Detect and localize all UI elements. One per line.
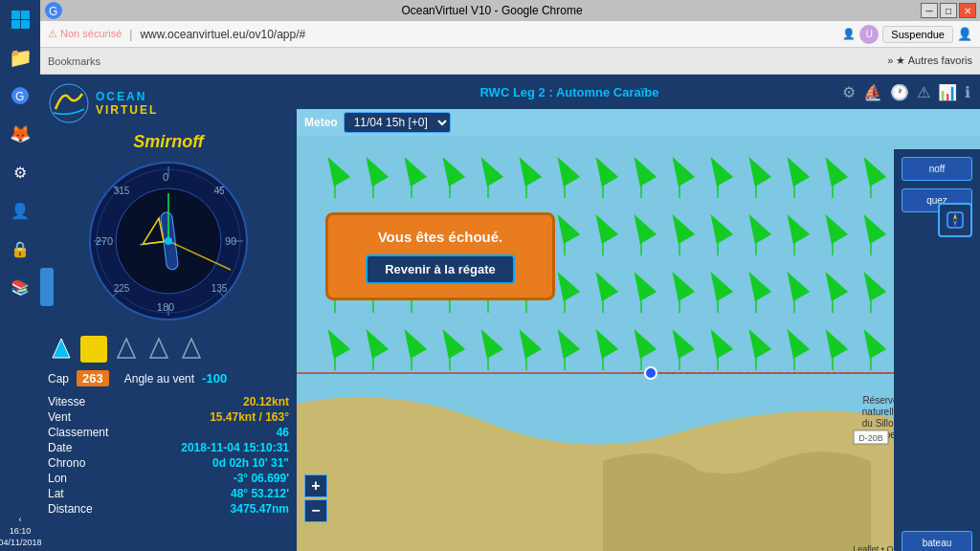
map-header: RWC Leg 2 : Automne Caraïbe ⚙ ⛵ 🕐 ⚠ 📊 ℹ <box>297 75 980 109</box>
data-row-vitesse: Vitesse 20.12knt <box>48 394 289 409</box>
data-row-vent: Vent 15.47knt / 163° <box>48 409 289 425</box>
left-panel: OCEAN VIRTUEL Smirnoff <box>40 75 297 551</box>
svg-text:315: 315 <box>114 186 130 196</box>
alert-text: Vous êtes échoué. <box>344 229 537 245</box>
boat-icon[interactable]: ⛵ <box>863 83 882 101</box>
taskbar-user[interactable]: 👤 <box>3 193 37 228</box>
svg-rect-2 <box>11 20 20 29</box>
zoom-controls: + − <box>304 474 327 522</box>
map-background: Réserve naturelle du Sillon de Talbert D… <box>297 136 980 551</box>
taskbar-lock[interactable]: 🔒 <box>3 231 37 266</box>
meteo-label: Meteo <box>304 116 338 129</box>
data-row-lon: Lon -3° 06.699' <box>48 471 289 486</box>
sail-icon-2[interactable] <box>80 336 107 363</box>
svg-text:45: 45 <box>213 186 225 196</box>
svg-marker-33 <box>53 339 70 358</box>
svg-point-8 <box>50 84 88 122</box>
title-bar: G OceanVirtuel V10 - Google Chrome ─ □ ✕ <box>40 0 980 21</box>
profile-pic[interactable]: 👤 <box>957 27 972 41</box>
clock-icon[interactable]: 🕐 <box>890 83 909 101</box>
close-btn[interactable]: ✕ <box>959 3 976 18</box>
taskbar-folder[interactable]: 📁 <box>3 40 37 75</box>
security-warning: ⚠ Non sécurisé <box>48 28 122 40</box>
svg-text:D-20B: D-20B <box>858 433 883 443</box>
warning-icon[interactable]: ⚠ <box>917 83 930 101</box>
svg-text:90: 90 <box>225 235 236 247</box>
settings-icon[interactable]: ⚙ <box>842 83 856 101</box>
zoom-in-btn[interactable]: + <box>304 474 327 497</box>
svg-text:180: 180 <box>157 301 174 313</box>
taskbar-browser2[interactable]: 🦊 <box>3 117 37 151</box>
svg-point-177 <box>645 367 657 379</box>
angle-label: Angle au vent <box>124 372 194 386</box>
sail-icons <box>48 336 289 363</box>
svg-marker-37 <box>183 339 200 358</box>
app-container: OCEAN VIRTUEL Smirnoff <box>40 75 980 551</box>
right-btn-bateau[interactable]: bateau <box>902 531 972 551</box>
map-orient-btn[interactable] <box>938 203 972 237</box>
data-row-distance: Distance 3475.47nm <box>48 501 289 517</box>
scroll-handle[interactable] <box>40 268 54 306</box>
window-title: OceanVirtuel V10 - Google Chrome <box>63 4 921 17</box>
cap-value: 263 <box>77 370 109 386</box>
minimize-btn[interactable]: ─ <box>921 3 938 18</box>
svg-text:0: 0 <box>163 171 168 183</box>
boat-name: Smirnoff <box>48 132 289 152</box>
map-area[interactable]: RWC Leg 2 : Automne Caraïbe ⚙ ⛵ 🕐 ⚠ 📊 ℹ … <box>297 75 980 551</box>
svg-marker-34 <box>85 339 102 358</box>
taskbar-date: 04/11/2018 <box>0 538 42 547</box>
svg-text:270: 270 <box>96 235 113 247</box>
favorites-area: » ★ Autres favoris <box>887 55 972 67</box>
chart-icon[interactable]: 📊 <box>938 83 957 101</box>
taskbar-browser1[interactable]: G <box>3 78 37 113</box>
svg-marker-36 <box>150 339 167 358</box>
svg-text:135: 135 <box>212 283 228 294</box>
meteo-bar: Meteo 11/04 15h [+0] <box>297 109 458 136</box>
data-row-date: Date 2018-11-04 15:10:31 <box>48 440 289 455</box>
bookmarks-label[interactable]: Bookmarks <box>48 55 100 67</box>
svg-marker-35 <box>118 339 135 358</box>
logo-icon <box>48 82 90 124</box>
data-row-lat: Lat 48° 53.212' <box>48 486 289 501</box>
return-to-race-btn[interactable]: Revenir à la régate <box>366 254 515 284</box>
user-avatar[interactable]: U <box>859 25 879 44</box>
taskbar-bottom: ‹ 16:10 04/11/2018 <box>0 515 40 551</box>
sail-icon-5[interactable] <box>178 336 205 363</box>
address-bar: ⚠ Non sécurisé | www.oceanvirtuel.eu/ov1… <box>40 21 980 48</box>
alert-dialog: Vous êtes échoué. Revenir à la régate <box>325 212 555 300</box>
svg-rect-3 <box>21 20 30 29</box>
taskbar-left: 📁 G 🦊 ⚙ 👤 🔒 📚 ‹ 16:10 04/11/2018 <box>0 0 40 551</box>
wind-arrows-svg: Réserve naturelle du Sillon de Talbert D… <box>297 136 980 551</box>
svg-text:G: G <box>15 90 24 103</box>
taskbar-time: 16:10 <box>10 526 32 536</box>
data-table: Vitesse 20.12knt Vent 15.47knt / 163° Cl… <box>48 394 289 517</box>
sail-icon-3[interactable] <box>113 336 140 363</box>
browser-toolbar: Bookmarks » ★ Autres favoris <box>40 48 980 75</box>
cap-row: Cap 263 Angle au vent -100 <box>48 370 289 386</box>
url-display[interactable]: www.oceanvirtuel.eu/ov10/app/# <box>140 28 305 41</box>
svg-rect-0 <box>11 11 20 19</box>
sail-icon-4[interactable] <box>145 336 172 363</box>
zoom-out-btn[interactable]: − <box>304 499 327 522</box>
map-controls: ⚙ ⛵ 🕐 ⚠ 📊 ℹ <box>842 83 970 101</box>
logo-text: OCEAN VIRTUEL <box>96 90 158 117</box>
sail-icon-1[interactable] <box>48 336 75 363</box>
map-title: RWC Leg 2 : Automne Caraïbe <box>306 85 833 99</box>
logo-area: OCEAN VIRTUEL <box>48 82 289 124</box>
svg-text:G: G <box>49 5 57 18</box>
svg-point-32 <box>165 237 172 245</box>
taskbar-settings[interactable]: ⚙ <box>3 155 37 189</box>
meteo-select[interactable]: 11/04 15h [+0] <box>344 112 451 133</box>
right-btn-1[interactable]: noff <box>902 157 972 181</box>
taskbar-books[interactable]: 📚 <box>3 270 37 304</box>
cap-label: Cap <box>48 372 69 386</box>
data-row-classement: Classement 46 <box>48 425 289 440</box>
info-icon[interactable]: ℹ <box>965 83 970 101</box>
maximize-btn[interactable]: □ <box>940 3 957 18</box>
windows-start-btn[interactable] <box>3 2 37 36</box>
angle-value: -100 <box>202 371 227 386</box>
favorites-label: » ★ Autres favoris <box>887 55 972 67</box>
data-row-chrono: Chrono 0d 02h 10' 31" <box>48 455 289 471</box>
suspended-btn[interactable]: Suspendue <box>882 26 953 43</box>
scroll-up-btn[interactable]: ‹ <box>19 515 22 524</box>
